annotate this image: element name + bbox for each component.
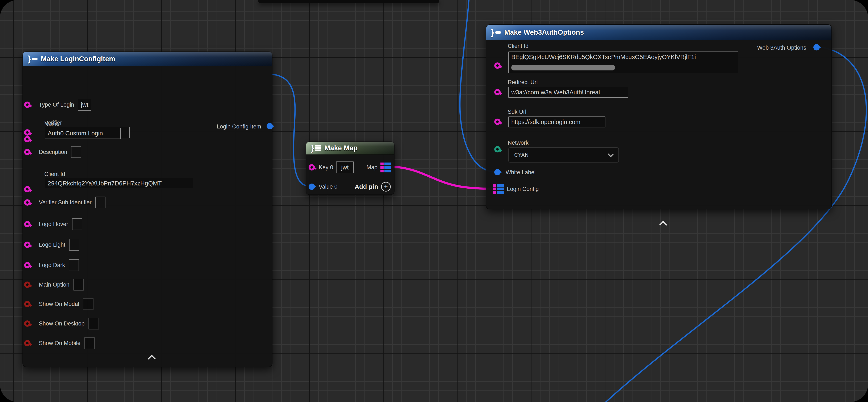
sdk-url-label: Sdk Url <box>508 109 526 115</box>
name-input[interactable]: Auth0 Custom Login <box>45 127 121 139</box>
add-pin-plus-icon: + <box>381 182 391 192</box>
type-of-login-label: Type Of Login <box>39 102 74 108</box>
add-pin-button[interactable]: Add pin + <box>354 182 391 192</box>
offscreen-node-bottom-edge <box>258 0 439 3</box>
collapse-node-chevron-icon[interactable] <box>148 355 156 363</box>
client-id-label: Client Id <box>44 171 65 177</box>
show-on-desktop-label: Show On Desktop <box>39 320 85 327</box>
wire-map-to-loginconfig[interactable] <box>391 167 493 189</box>
make-struct-icon: } <box>491 28 501 36</box>
make-struct-icon: } <box>28 55 38 63</box>
output-pin-web3auth-options[interactable] <box>813 44 820 51</box>
node-make-map[interactable]: } Make Map Key 0 jwt Map Value 0 Add pin… <box>306 142 395 195</box>
type-of-login-input[interactable]: jwt <box>78 99 91 111</box>
sdk-url-input[interactable]: https://sdk.openlogin.com <box>508 116 606 127</box>
map-output-pin[interactable] <box>380 163 391 172</box>
redirect-url-label: Redirect Url <box>508 79 538 86</box>
collapse-node-chevron-icon[interactable] <box>659 221 667 229</box>
key-0-label: Key 0 <box>319 164 333 171</box>
pin-show-on-desktop[interactable] <box>24 320 30 327</box>
main-option-label: Main Option <box>39 282 69 288</box>
show-on-mobile-label: Show On Mobile <box>39 340 81 346</box>
show-on-modal-checkbox[interactable] <box>83 298 93 310</box>
network-dropdown[interactable]: CYAN <box>508 147 619 163</box>
pin-network[interactable] <box>494 146 501 152</box>
pin-client-id[interactable] <box>494 62 501 69</box>
logo-dark-input[interactable] <box>69 259 79 271</box>
pin-login-config[interactable] <box>493 184 504 194</box>
pin-show-on-mobile[interactable] <box>24 340 30 346</box>
value-0-label: Value 0 <box>319 183 338 190</box>
make-map-icon: } <box>311 144 321 152</box>
pin-logo-light[interactable] <box>24 241 30 248</box>
login-config-label: Login Config <box>507 186 539 192</box>
logo-hover-input[interactable] <box>72 218 82 230</box>
network-selected-value: CYAN <box>514 152 529 158</box>
main-option-checkbox[interactable] <box>73 279 84 291</box>
client-id-input[interactable]: 294QRkchfq2YaXUbPri7D6PH7xzHgQMT <box>45 178 193 189</box>
node-header[interactable]: } Make Map <box>306 142 394 154</box>
pin-name[interactable] <box>24 136 30 142</box>
show-on-mobile-checkbox[interactable] <box>84 337 95 349</box>
verifier-sub-identifier-label: Verifier Sub Identifier <box>39 199 92 206</box>
node-title: Make Map <box>324 144 358 152</box>
graph-canvas[interactable]: } Make LoginConfigItem Login Config Item… <box>0 0 868 402</box>
node-header[interactable]: } Make Web3AuthOptions <box>486 25 832 40</box>
white-label-label: White Label <box>506 169 536 176</box>
description-input[interactable] <box>71 146 81 158</box>
map-output-label: Map <box>366 164 377 171</box>
network-label: Network <box>508 140 529 146</box>
pin-sdk-url[interactable] <box>494 119 501 125</box>
pin-logo-hover[interactable] <box>24 221 30 227</box>
add-pin-label: Add pin <box>354 183 378 190</box>
redirect-url-input[interactable]: w3a://com.w3a.Web3AuthUnreal <box>508 87 628 98</box>
node-make-loginconfigitem[interactable]: } Make LoginConfigItem Login Config Item… <box>23 52 273 367</box>
description-label: Description <box>39 149 67 155</box>
show-on-modal-label: Show On Modal <box>39 301 79 307</box>
output-pin-label: Login Config Item <box>217 123 261 130</box>
wire-loginconfigitem-to-value0[interactable] <box>271 74 310 186</box>
node-header[interactable]: } Make LoginConfigItem <box>23 52 272 66</box>
pin-show-on-modal[interactable] <box>24 301 30 307</box>
show-on-desktop-checkbox[interactable] <box>88 318 99 329</box>
chevron-down-icon <box>608 151 614 157</box>
pin-key-0[interactable] <box>309 164 315 171</box>
client-id-scrollbar[interactable] <box>511 65 615 70</box>
logo-hover-label: Logo Hover <box>39 221 68 228</box>
pin-white-label[interactable] <box>494 169 501 175</box>
key-0-input[interactable]: jwt <box>336 162 354 173</box>
logo-light-input[interactable] <box>69 239 79 251</box>
pin-client-id[interactable] <box>24 186 30 192</box>
logo-light-label: Logo Light <box>39 241 65 248</box>
node-make-web3authoptions[interactable]: } Make Web3AuthOptions Web 3Auth Options… <box>486 24 832 209</box>
pin-type-of-login[interactable] <box>24 102 30 108</box>
pin-verifier-sub-identifier[interactable] <box>24 199 30 206</box>
pin-main-option[interactable] <box>24 282 30 288</box>
name-label: Name <box>44 121 59 127</box>
client-id-label: Client Id <box>508 43 529 50</box>
pin-redirect-url[interactable] <box>494 89 501 95</box>
logo-dark-label: Logo Dark <box>39 262 65 268</box>
node-title: Make Web3AuthOptions <box>504 28 584 36</box>
verifier-sub-identifier-input[interactable] <box>95 197 105 208</box>
node-title: Make LoginConfigItem <box>41 55 115 63</box>
pin-value-0[interactable] <box>309 183 315 190</box>
pin-logo-dark[interactable] <box>24 262 30 268</box>
pin-description[interactable] <box>24 149 30 155</box>
output-pin-label: Web 3Auth Options <box>757 45 806 51</box>
output-pin-login-config-item[interactable] <box>267 123 273 129</box>
pin-verifier[interactable] <box>24 129 30 136</box>
